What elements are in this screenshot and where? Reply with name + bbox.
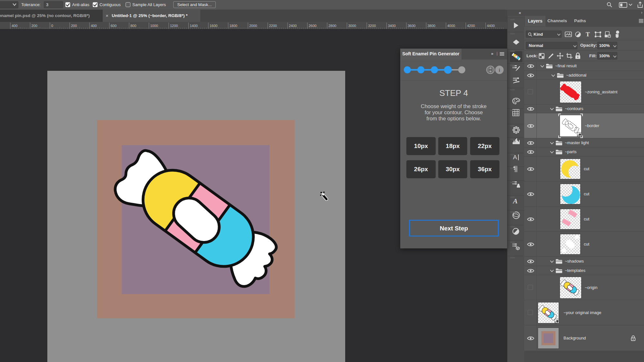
svg-text:1600: 1600 xyxy=(210,24,217,28)
svg-text:4000: 4000 xyxy=(447,24,455,28)
svg-text:600: 600 xyxy=(111,24,117,28)
svg-text:1000: 1000 xyxy=(150,24,158,28)
svg-text:3200: 3200 xyxy=(368,24,376,28)
svg-text:3800: 3800 xyxy=(428,24,435,28)
svg-text:i: i xyxy=(499,68,500,73)
svg-text:400: 400 xyxy=(91,24,97,28)
svg-text:4200: 4200 xyxy=(467,24,475,28)
svg-text:0: 0 xyxy=(51,24,53,28)
svg-text:4400: 4400 xyxy=(487,24,495,28)
svg-text:1400: 1400 xyxy=(190,24,198,28)
svg-text:1200: 1200 xyxy=(170,24,178,28)
svg-text:200: 200 xyxy=(32,24,37,28)
svg-text:A: A xyxy=(512,197,518,205)
svg-text:1800: 1800 xyxy=(230,24,237,28)
svg-text:2200: 2200 xyxy=(269,24,277,28)
svg-text:3000: 3000 xyxy=(348,24,356,28)
svg-text:3600: 3600 xyxy=(408,24,415,28)
svg-text:2000: 2000 xyxy=(249,24,257,28)
svg-text:3400: 3400 xyxy=(388,24,396,28)
svg-text:400: 400 xyxy=(12,24,17,28)
svg-text:2400: 2400 xyxy=(289,24,297,28)
svg-text:2800: 2800 xyxy=(328,24,336,28)
svg-text:800: 800 xyxy=(130,24,136,28)
svg-text:2600: 2600 xyxy=(309,24,317,28)
svg-text:200: 200 xyxy=(71,24,77,28)
